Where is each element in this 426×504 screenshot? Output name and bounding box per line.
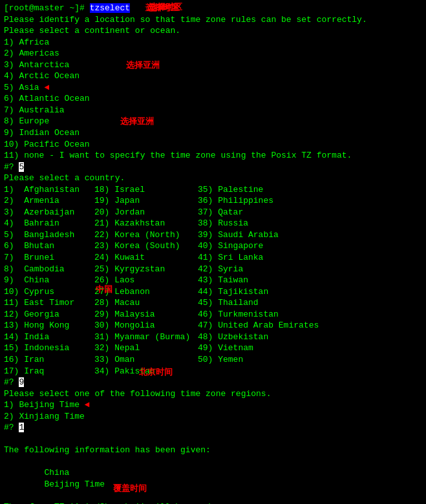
answer-1: 5 bbox=[19, 162, 24, 172]
country-row-15: 15) Indonesia32) Nepal49) Vietnam bbox=[4, 342, 422, 354]
country-row-1: 1) Afghanistan18) Israel35) Palestine bbox=[4, 184, 422, 196]
prompt-line-3: #? 1 bbox=[4, 422, 422, 434]
continent-11: 11) none - I want to specify the time zo… bbox=[4, 150, 422, 162]
country-row-6: 6) Bhutan23) Korea (South)40) Singapore bbox=[4, 240, 422, 252]
prompt: [root@master ~]# bbox=[4, 3, 90, 13]
country-header: Please select a country. bbox=[4, 173, 422, 184]
answer-2: 9 bbox=[19, 377, 24, 387]
continent-5: 5) Asia ◄ bbox=[4, 82, 422, 94]
country-row-17: 17) Iraq34) Pakistan bbox=[4, 366, 422, 377]
continent-10: 10) Pacific Ocean bbox=[4, 139, 422, 151]
annotation-china-label: 中国 bbox=[96, 284, 112, 296]
continent-4: 4) Arctic Ocean bbox=[4, 70, 422, 82]
country-row-9: 9) China26) Laos43) Taiwan bbox=[4, 275, 422, 286]
blank-line-2 bbox=[4, 456, 422, 468]
country-row-3: 3) Azerbaijan20) Jordan37) Qatar bbox=[4, 207, 422, 218]
country-row-10: 10) Cyprus27) Lebanon44) Tajikistan bbox=[4, 286, 422, 298]
annotation-overwrite-label: 覆盖时间 bbox=[113, 483, 147, 495]
continent-6: 6) Atlantic Ocean bbox=[4, 93, 422, 105]
continent-3: 3) Antarctica bbox=[4, 59, 422, 71]
blank-line-3 bbox=[4, 490, 422, 502]
country-row-11: 11) East Timor28) Macau45) Thailand bbox=[4, 297, 422, 309]
info-country: China bbox=[4, 467, 422, 479]
continent-9: 9) Indian Ocean bbox=[4, 127, 422, 139]
answer-3: 1 bbox=[19, 423, 24, 432]
command-text: tzselect bbox=[90, 3, 130, 13]
country-row-5: 5) Bangladesh22) Korea (North)39) Saudi … bbox=[4, 229, 422, 241]
region-1: 1) Beijing Time ◄ bbox=[4, 399, 422, 411]
annotation-beijing-label: 北京时间 bbox=[139, 367, 173, 379]
region-header: Please select one of the following time … bbox=[4, 388, 422, 400]
country-row-8: 8) Cambodia25) Kyrgyzstan42) Syria bbox=[4, 264, 422, 275]
therefore-line: Therefore TZ='Asia/Shanghai' will be use… bbox=[4, 501, 422, 504]
blank-line-1 bbox=[4, 434, 422, 445]
country-row-12: 12) Georgia29) Malaysia46) Turkmenistan bbox=[4, 309, 422, 320]
prompt-line-2: #? 9 bbox=[4, 377, 422, 388]
prompt-line-1: #? 5 bbox=[4, 162, 422, 173]
continent-8: 8) Europe bbox=[4, 116, 422, 127]
country-row-13: 13) Hong Kong30) Mongolia47) United Arab… bbox=[4, 320, 422, 331]
info-given: The following information has been given… bbox=[4, 445, 422, 456]
country-row-4: 4) Bahrain21) Kazakhstan38) Russia bbox=[4, 218, 422, 229]
command-line: [root@master ~]# tzselect 选择时区 bbox=[4, 3, 422, 14]
annotation-tz-label: 选择时区 bbox=[149, 2, 182, 14]
continent-7: 7) Australia bbox=[4, 105, 422, 116]
continent-2: 2) Americas bbox=[4, 48, 422, 59]
continent-1: 1) Africa bbox=[4, 37, 422, 48]
info-line1: Please identify a location so that time … bbox=[4, 14, 422, 26]
country-row-7: 7) Brunei24) Kuwait41) Sri Lanka bbox=[4, 252, 422, 264]
info-line2: Please select a continent or ocean. bbox=[4, 25, 422, 37]
region-2: 2) Xinjiang Time bbox=[4, 411, 422, 423]
country-row-16: 16) Iran33) Oman50) Yemen bbox=[4, 354, 422, 366]
terminal-window: [root@master ~]# tzselect 选择时区 选择时区 Plea… bbox=[0, 0, 426, 504]
info-beijing: Beijing Time bbox=[4, 479, 422, 490]
country-row-14: 14) India31) Myanmar (Burma)48) Uzbekist… bbox=[4, 331, 422, 343]
annotation-asia-label: 选择亚洲 bbox=[126, 60, 160, 72]
annotation-select-asia: 选择亚洲 bbox=[120, 117, 154, 127]
country-row-2: 2) Armenia19) Japan36) Philippines bbox=[4, 195, 422, 207]
